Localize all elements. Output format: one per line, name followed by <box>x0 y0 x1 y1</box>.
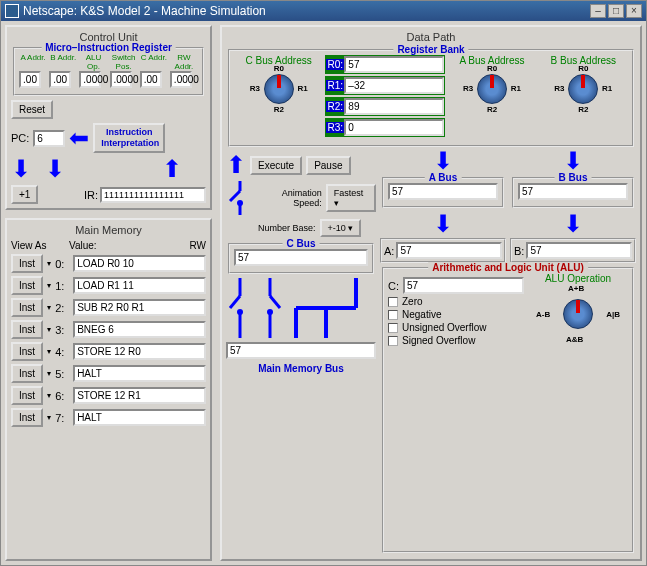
arrow-down-icon: ⬇ <box>11 157 31 181</box>
mem-index: 1: <box>55 280 69 292</box>
mem-index: 5: <box>55 368 69 380</box>
inst-button[interactable]: Inst <box>11 254 43 273</box>
chevron-down-icon[interactable]: ▾ <box>47 325 51 334</box>
mem-index: 6: <box>55 390 69 402</box>
checkbox[interactable] <box>388 297 398 307</box>
alu-c-label: C: <box>388 280 399 292</box>
anim-speed-label: Animation Speed: <box>256 188 322 208</box>
reset-button[interactable]: Reset <box>11 100 53 119</box>
register-row: R2:89 <box>325 97 445 116</box>
b-label: B: <box>514 245 524 257</box>
reg-index: R1: <box>326 80 344 91</box>
inst-button[interactable]: Inst <box>11 408 43 427</box>
inst-button[interactable]: Inst <box>11 364 43 383</box>
instruction-interpretation-button[interactable]: Instruction Interpretation <box>93 123 165 153</box>
a-bus-value[interactable]: 57 <box>388 183 498 200</box>
b-addr-dial[interactable]: R0 R1 R2 R3 <box>560 66 606 112</box>
a-value[interactable]: 57 <box>396 242 502 259</box>
svg-line-5 <box>230 296 240 308</box>
rw-header: RW <box>190 240 206 251</box>
reg-index: R0: <box>326 59 344 70</box>
view-as-header: View As <box>11 240 47 251</box>
checkbox[interactable] <box>388 310 398 320</box>
mem-index: 0: <box>55 258 69 270</box>
app-icon <box>5 4 19 18</box>
inst-button[interactable]: Inst <box>11 276 43 295</box>
reg-value[interactable]: 57 <box>344 56 444 73</box>
chevron-down-icon[interactable]: ▾ <box>47 413 51 422</box>
a-addr-dial[interactable]: R0 R1 R2 R3 <box>469 66 515 112</box>
mm-bus-value[interactable]: 57 <box>226 342 376 359</box>
mem-value[interactable]: STORE 12 R0 <box>73 343 206 360</box>
mem-value[interactable]: BNEG 6 <box>73 321 206 338</box>
mir-value[interactable]: .0000 <box>110 71 132 88</box>
arrow-down-icon: ⬇ <box>563 147 583 174</box>
reg-value[interactable]: 0 <box>344 119 444 136</box>
chevron-down-icon[interactable]: ▾ <box>47 347 51 356</box>
mem-index: 4: <box>55 346 69 358</box>
pc-value[interactable]: 6 <box>33 130 65 147</box>
mir-legend: Micro–Instruction Register <box>41 42 176 53</box>
reg-index: R2: <box>326 101 344 112</box>
c-bus-fieldset: C Bus 57 <box>228 243 374 274</box>
table-row: Inst▾6:STORE 12 R1 <box>11 386 206 405</box>
checkbox[interactable] <box>388 336 398 346</box>
mem-value[interactable]: HALT <box>73 365 206 382</box>
mir-value[interactable]: .0000 <box>170 71 192 88</box>
c-addr-dial[interactable]: R0 R1 R2 R3 <box>256 66 302 112</box>
alu-fieldset: Arithmetic and Logic Unit (ALU) C: 57 Ze… <box>382 267 634 553</box>
alu-c-value[interactable]: 57 <box>403 277 524 294</box>
inst-button[interactable]: Inst <box>11 342 43 361</box>
maximize-button[interactable]: □ <box>608 4 624 18</box>
inst-button[interactable]: Inst <box>11 298 43 317</box>
execute-button[interactable]: Execute <box>250 156 302 175</box>
switch-icon[interactable] <box>256 278 284 338</box>
chevron-down-icon[interactable]: ▾ <box>47 369 51 378</box>
pc-label: PC: <box>11 132 29 144</box>
data-path-title: Data Path <box>226 31 636 43</box>
mem-value[interactable]: LOAD R0 10 <box>73 255 206 272</box>
register-row: R1:–32 <box>325 76 445 95</box>
mir-value[interactable]: .00 <box>49 71 71 88</box>
chevron-down-icon[interactable]: ▾ <box>47 303 51 312</box>
inst-button[interactable]: Inst <box>11 320 43 339</box>
b-bus-fieldset: B Bus 57 <box>512 177 634 208</box>
inst-button[interactable]: Inst <box>11 386 43 405</box>
ir-value[interactable]: 1111111111111111 <box>100 187 206 203</box>
switch-icon[interactable] <box>226 181 252 215</box>
mem-value[interactable]: HALT <box>73 409 206 426</box>
minimize-button[interactable]: – <box>590 4 606 18</box>
mir-value[interactable]: .0000 <box>79 71 101 88</box>
main-memory-panel: Main Memory View As Value: RW Inst▾0:LOA… <box>5 218 212 561</box>
b-bus-value[interactable]: 57 <box>518 183 628 200</box>
close-button[interactable]: × <box>626 4 642 18</box>
mir-header: Switch Pos. <box>110 53 138 71</box>
mir-value[interactable]: .00 <box>140 71 162 88</box>
mem-value[interactable]: SUB R2 R0 R1 <box>73 299 206 316</box>
pause-button[interactable]: Pause <box>306 156 350 175</box>
control-unit-panel: Control Unit Micro–Instruction Register … <box>5 25 212 210</box>
c-bus-value[interactable]: 57 <box>234 249 368 266</box>
arrow-up-icon: ⬆ <box>226 153 246 177</box>
mir-value[interactable]: .00 <box>19 71 41 88</box>
a-bus-legend: A Bus <box>425 172 462 183</box>
arrow-down-icon: ⬇ <box>433 210 453 237</box>
anim-speed-select[interactable]: Fastest ▾ <box>326 184 376 212</box>
table-row: Inst▾1:LOAD R1 11 <box>11 276 206 295</box>
reg-value[interactable]: –32 <box>344 77 444 94</box>
num-base-select[interactable]: +-10 ▾ <box>320 219 362 237</box>
mem-value[interactable]: STORE 12 R1 <box>73 387 206 404</box>
alu-op-dial[interactable]: A+B A|B A&B A-B <box>550 286 606 342</box>
main-memory-title: Main Memory <box>11 224 206 236</box>
checkbox[interactable] <box>388 323 398 333</box>
chevron-down-icon[interactable]: ▾ <box>47 391 51 400</box>
svg-line-9 <box>270 296 280 308</box>
chevron-down-icon[interactable]: ▾ <box>47 259 51 268</box>
mem-value[interactable]: LOAD R1 11 <box>73 277 206 294</box>
plus-one-button[interactable]: +1 <box>11 185 38 204</box>
switch-icon[interactable] <box>226 278 254 338</box>
reg-value[interactable]: 89 <box>344 98 444 115</box>
b-value[interactable]: 57 <box>526 242 632 259</box>
register-bank-fieldset: Register Bank C Bus Address R0 R1 R2 R3 <box>228 49 634 147</box>
chevron-down-icon[interactable]: ▾ <box>47 281 51 290</box>
